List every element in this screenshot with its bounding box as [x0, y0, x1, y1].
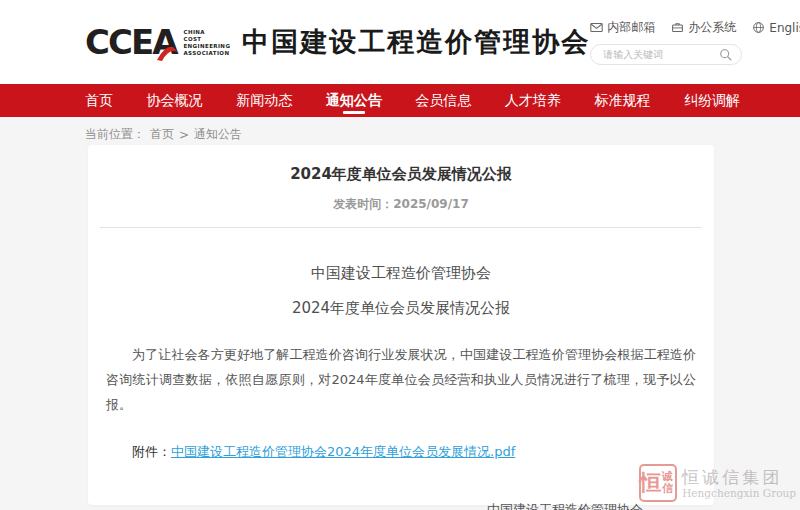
- publish-time-label: 发表时间：: [333, 197, 393, 211]
- office-system-label: 办公系统: [688, 19, 736, 36]
- search-box: [590, 44, 742, 65]
- article-title: 2024年度单位会员发展情况公报: [100, 165, 702, 184]
- main-navbar: 首页 协会概况 新闻动态 通知公告 会员信息 人才培养 标准规程 纠纷调解: [0, 84, 800, 117]
- publish-time: 发表时间：2025/09/17: [100, 196, 702, 213]
- header-right: 内部邮箱 办公系统 English: [590, 19, 800, 65]
- nav-item-disputes[interactable]: 纠纷调解: [684, 84, 740, 117]
- utility-links: 内部邮箱 办公系统 English: [590, 19, 800, 36]
- hengchengxin-watermark: 恒 诚 信 恒诚信集团 Hengchengxin Group: [639, 464, 796, 502]
- mail-icon: [590, 21, 603, 34]
- attachment-pdf-link[interactable]: 中国建设工程造价管理协会2024年度单位会员发展情况.pdf: [171, 444, 515, 459]
- watermark-name: 恒诚信集团: [682, 467, 796, 487]
- site-title: 中国建设工程造价管理协会: [242, 24, 590, 60]
- search-input[interactable]: [603, 49, 719, 60]
- breadcrumb: 当前位置： 首页 > 通知公告: [0, 117, 800, 143]
- hengchengxin-seal-icon: 恒 诚 信: [639, 464, 677, 502]
- nav-item-home[interactable]: 首页: [85, 84, 113, 117]
- english-label: English: [769, 21, 800, 35]
- search-icon: [719, 48, 733, 62]
- office-system-link[interactable]: 办公系统: [671, 19, 736, 36]
- ccea-logo[interactable]: CCEA CHINA COST ENGINEERING ASSOCIATION: [85, 25, 230, 59]
- internal-mail-label: 内部邮箱: [607, 19, 655, 36]
- breadcrumb-home-link[interactable]: 首页: [150, 126, 174, 143]
- english-link[interactable]: English: [752, 21, 800, 35]
- ccea-logo-swoosh-icon: [156, 43, 180, 61]
- nav-item-standards[interactable]: 标准规程: [594, 84, 650, 117]
- nav-item-training[interactable]: 人才培养: [505, 84, 561, 117]
- breadcrumb-separator: >: [179, 128, 189, 142]
- nav-item-notices[interactable]: 通知公告: [326, 84, 382, 117]
- title-divider: [100, 227, 702, 228]
- breadcrumb-prefix: 当前位置：: [85, 126, 145, 143]
- article-org-heading: 中国建设工程造价管理协会: [100, 264, 702, 283]
- nav-item-news[interactable]: 新闻动态: [236, 84, 292, 117]
- publish-time-value: 2025/09/17: [393, 197, 469, 211]
- attachment-label: 附件：: [132, 444, 171, 459]
- internal-mail-link[interactable]: 内部邮箱: [590, 19, 655, 36]
- briefcase-icon: [671, 21, 684, 34]
- breadcrumb-current: 通知公告: [194, 126, 242, 143]
- nav-item-about[interactable]: 协会概况: [147, 84, 203, 117]
- watermark-name-en: Hengchengxin Group: [682, 487, 796, 500]
- nav-item-members[interactable]: 会员信息: [415, 84, 471, 117]
- ccea-logo-acronym: CCEA: [85, 25, 176, 59]
- globe-icon: [752, 21, 765, 34]
- article-sub-heading: 2024年度单位会员发展情况公报: [100, 299, 702, 318]
- attachment-row: 附件：中国建设工程造价管理协会2024年度单位会员发展情况.pdf: [106, 443, 696, 461]
- ccea-logo-subtext: CHINA COST ENGINEERING ASSOCIATION: [183, 29, 230, 56]
- search-button[interactable]: [719, 48, 733, 62]
- nav-items: 首页 协会概况 新闻动态 通知公告 会员信息 人才培养 标准规程 纠纷调解: [85, 84, 740, 117]
- article-paragraph: 为了让社会各方更好地了解工程造价咨询行业发展状况，中国建设工程造价管理协会根据工…: [106, 342, 696, 417]
- site-header: CCEA CHINA COST ENGINEERING ASSOCIATION …: [0, 0, 800, 84]
- article-card: 2024年度单位会员发展情况公报 发表时间：2025/09/17 中国建设工程造…: [88, 145, 714, 505]
